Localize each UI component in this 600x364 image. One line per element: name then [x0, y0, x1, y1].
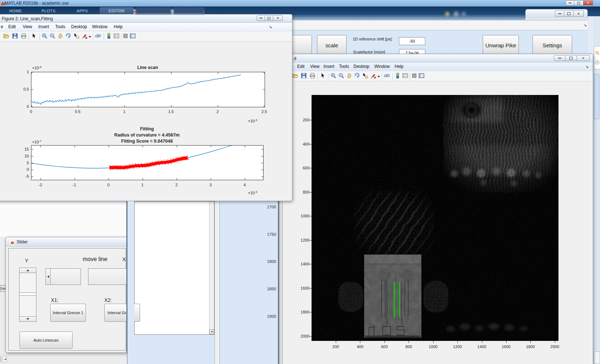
tab-plots[interactable]: PLOTS: [31, 7, 66, 14]
zoom-out-icon[interactable]: [49, 33, 56, 39]
toolbar-separator: [93, 34, 93, 41]
window-titlebar[interactable]: [283, 54, 593, 62]
open-icon[interactable]: [292, 73, 299, 79]
settings-button[interactable]: Settings: [532, 35, 572, 55]
image-ytickmark: [309, 264, 312, 264]
legend-icon[interactable]: [113, 33, 120, 39]
pan-icon[interactable]: [57, 33, 64, 39]
zoom-out-icon[interactable]: [338, 73, 345, 79]
x-slider-box2[interactable]: [88, 268, 128, 285]
unwrapped-figure-window: d ✕ ↘: [282, 54, 593, 364]
y-slider-up[interactable]: [19, 268, 36, 273]
print-icon[interactable]: [21, 33, 27, 39]
print-icon[interactable]: [309, 73, 316, 79]
brush-icon[interactable]: [370, 73, 377, 79]
menu-help[interactable]: Help: [395, 64, 404, 69]
brush-icon[interactable]: [81, 33, 88, 39]
x-slider-box1[interactable]: [50, 268, 81, 285]
close-button[interactable]: ✕: [574, 10, 584, 17]
plot1-axes[interactable]: [31, 72, 265, 107]
zoom-in-icon[interactable]: [42, 33, 48, 39]
gui-plot-strip: [219, 201, 278, 364]
colorbar-icon[interactable]: [106, 33, 112, 39]
menu-tools[interactable]: Tools: [55, 24, 65, 29]
menu-edit[interactable]: Edit: [8, 24, 16, 29]
menu-insert[interactable]: Insert: [323, 64, 334, 69]
brush-dropdown-icon[interactable]: [88, 34, 95, 40]
search-icon[interactable]: [595, 51, 600, 55]
brush-dropdown-icon[interactable]: [377, 74, 383, 80]
minimize-button[interactable]: [566, 0, 574, 5]
toolbar-separator: [29, 34, 29, 41]
tab-editor[interactable]: EDITOR: [100, 7, 134, 14]
plot1-ytick: 0: [17, 104, 29, 109]
minimize-button[interactable]: [555, 10, 564, 17]
maximize-button[interactable]: [574, 0, 583, 5]
close-button[interactable]: ✕: [577, 55, 590, 61]
maximize-button[interactable]: [265, 15, 273, 21]
gui-undock-icon[interactable]: ↘: [583, 23, 587, 27]
close-button[interactable]: ✕: [583, 0, 593, 5]
maximize-button[interactable]: [565, 55, 577, 61]
minimize-button[interactable]: [554, 55, 565, 61]
slider-window: Slider Y move line X X1: X2: Interval Gr…: [5, 237, 128, 353]
dropdown-circle-icon[interactable]: [595, 60, 600, 65]
show-tools-icon[interactable]: [130, 33, 136, 39]
link-icon[interactable]: [95, 33, 101, 39]
unwrap-pike-button[interactable]: Unwrap Pike: [483, 35, 519, 55]
data-cursor-icon[interactable]: [362, 73, 369, 79]
partial-button[interactable]: [291, 35, 312, 55]
menu-e[interactable]: e: [1, 24, 3, 29]
legend-icon[interactable]: [402, 73, 409, 79]
colorbar-icon[interactable]: [395, 73, 401, 79]
menu-window[interactable]: Window: [374, 64, 390, 69]
maximize-button[interactable]: [564, 10, 574, 17]
plot2-subtitle2: Fitting Score = 0.047048: [31, 139, 263, 144]
undock-icon[interactable]: ↘: [585, 64, 588, 69]
menu-view[interactable]: View: [23, 24, 32, 29]
hide-tools-icon[interactable]: [411, 73, 418, 79]
cursor-icon[interactable]: [319, 73, 326, 79]
save-icon[interactable]: [12, 33, 18, 39]
x-slider-left[interactable]: [45, 268, 51, 285]
listbox-scroll-down[interactable]: [209, 329, 214, 334]
side-panel-strip: [594, 74, 599, 119]
menu-window[interactable]: Window: [92, 24, 108, 29]
hide-tools-icon[interactable]: [122, 33, 129, 39]
interval1-button[interactable]: Interval Grenze 1: [50, 304, 86, 322]
menu-desktop[interactable]: Desktop: [353, 64, 369, 69]
cursor-icon[interactable]: [31, 33, 37, 39]
menu-edit[interactable]: Edit: [297, 64, 305, 69]
listbox-scrollbar[interactable]: [209, 202, 214, 334]
link-icon[interactable]: [384, 73, 390, 79]
interval2-button[interactable]: Interval Gre: [104, 304, 140, 322]
undock-icon[interactable]: ↘: [269, 25, 272, 29]
save-icon[interactable]: [301, 73, 307, 79]
scale-button[interactable]: scale: [317, 35, 347, 55]
open-icon[interactable]: [3, 33, 10, 39]
listbox[interactable]: [134, 201, 214, 335]
y-slider-thumb[interactable]: [19, 292, 36, 296]
menu-desktop[interactable]: Desktop: [71, 24, 87, 29]
tab-apps[interactable]: APPS: [66, 7, 99, 14]
show-tools-icon[interactable]: [418, 73, 425, 79]
y-slider-down[interactable]: [19, 316, 36, 322]
auto-linescan-button[interactable]: Auto Linescan: [19, 332, 73, 349]
pan-icon[interactable]: [346, 73, 353, 79]
rotate-icon[interactable]: [354, 73, 361, 79]
zoom-in-icon[interactable]: [330, 73, 337, 79]
menu-insert[interactable]: Insert: [38, 24, 49, 29]
menu-view[interactable]: View: [310, 64, 319, 69]
close-button[interactable]: ✕: [273, 15, 283, 21]
ref-shift-input[interactable]: -50: [399, 37, 425, 45]
menu-help[interactable]: Help: [114, 24, 123, 29]
gui-side-label: 1700: [253, 205, 276, 209]
data-cursor-icon[interactable]: [73, 33, 80, 39]
minimize-button[interactable]: [257, 15, 265, 21]
plot2-axes[interactable]: [31, 145, 264, 180]
menu-tools[interactable]: Tools: [339, 64, 349, 69]
plot1-xtick: 1.5: [166, 109, 177, 114]
speckle-image[interactable]: [312, 95, 558, 341]
tab-home[interactable]: HOME: [2, 7, 29, 14]
rotate-icon[interactable]: [65, 33, 72, 39]
